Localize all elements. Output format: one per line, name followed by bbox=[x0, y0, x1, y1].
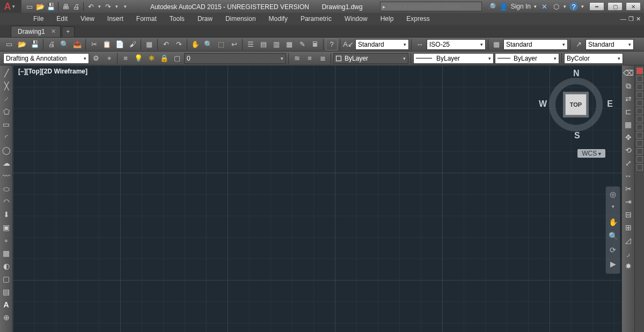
help-dd-icon[interactable]: ▾ bbox=[581, 4, 584, 9]
palette-item-8[interactable] bbox=[636, 132, 643, 138]
menu-draw[interactable]: Draw bbox=[191, 13, 219, 25]
spline-icon[interactable]: 〰 bbox=[1, 171, 12, 181]
move-icon[interactable]: ✥ bbox=[623, 132, 634, 143]
palette-item-9[interactable] bbox=[636, 140, 643, 146]
menu-file[interactable]: File bbox=[27, 13, 50, 25]
minimize-button[interactable]: ━ bbox=[589, 2, 604, 11]
textstyle-icon[interactable]: A↙ bbox=[342, 39, 354, 50]
help2-icon[interactable]: ? bbox=[326, 39, 338, 50]
plot-icon[interactable]: 🖨 bbox=[71, 2, 81, 11]
hatch-icon[interactable]: ▦ bbox=[1, 248, 12, 259]
offset-icon[interactable]: ⊏ bbox=[623, 106, 634, 117]
scale-icon[interactable]: ⤢ bbox=[623, 158, 634, 168]
undo-dd-icon[interactable]: ▾ bbox=[97, 2, 102, 11]
copy2-icon[interactable]: ⧉ bbox=[623, 80, 634, 91]
chamfer-icon[interactable]: ◿ bbox=[623, 235, 634, 246]
cut-icon[interactable]: ✂ bbox=[88, 39, 100, 50]
viewcube-top-face[interactable]: TOP bbox=[565, 94, 587, 115]
layerlock-icon[interactable]: 🔒 bbox=[158, 53, 170, 64]
addselected-icon[interactable]: ⊕ bbox=[1, 312, 12, 323]
table-style-combo[interactable]: Standard▾ bbox=[503, 39, 568, 50]
ssm-icon[interactable]: ▦ bbox=[283, 39, 295, 50]
trim-icon[interactable]: ✂ bbox=[623, 183, 634, 194]
blockeditor-icon[interactable]: ▦ bbox=[143, 39, 155, 50]
mleader-style-combo[interactable]: Standard▾ bbox=[586, 39, 634, 50]
new-icon[interactable]: ▭ bbox=[25, 2, 34, 11]
doc-close-icon[interactable]: ✕ bbox=[636, 16, 641, 23]
drawing-canvas[interactable]: [–][Top][2D Wireframe] TOP N S W E WCS ▾… bbox=[13, 65, 621, 332]
undo-icon[interactable]: ↶ bbox=[86, 2, 96, 11]
help-icon[interactable]: ? bbox=[569, 2, 578, 11]
palette-item-7[interactable] bbox=[636, 124, 643, 130]
doc-tab-close-icon[interactable]: ✕ bbox=[51, 28, 56, 35]
palette-item-10[interactable] bbox=[636, 148, 643, 154]
workspace-combo[interactable]: Drafting & Annotation▾ bbox=[3, 53, 89, 64]
paste-icon[interactable]: 📄 bbox=[114, 39, 126, 50]
exchange-apps-icon[interactable]: ⬡ bbox=[552, 2, 560, 11]
workspace-settings-icon[interactable]: ⚙ bbox=[90, 53, 102, 64]
palette-item-1[interactable] bbox=[636, 76, 643, 82]
compass-s[interactable]: S bbox=[574, 131, 580, 141]
region-icon[interactable]: ▢ bbox=[1, 274, 12, 284]
redo2-icon[interactable]: ↷ bbox=[173, 39, 185, 50]
menu-dimension[interactable]: Dimension bbox=[219, 13, 262, 25]
mleaderstyle-icon[interactable]: ↗ bbox=[573, 39, 584, 50]
menu-edit[interactable]: Edit bbox=[50, 13, 74, 25]
compass-n[interactable]: N bbox=[573, 69, 580, 78]
doc-restore-icon[interactable]: ❐ bbox=[628, 16, 634, 23]
wcs-dropdown[interactable]: WCS ▾ bbox=[577, 149, 605, 158]
zoomwin-icon[interactable]: ⬚ bbox=[215, 39, 227, 50]
dimstyle-icon[interactable]: ↔ bbox=[414, 39, 426, 50]
layer-control[interactable]: 0▾ bbox=[184, 53, 286, 64]
pline-icon[interactable]: ⟋ bbox=[1, 93, 12, 104]
tool-palettes-bar[interactable] bbox=[634, 65, 644, 332]
palette-item-6[interactable] bbox=[636, 116, 643, 122]
mylocation-icon[interactable]: ⌖ bbox=[103, 53, 115, 64]
new-tab-button[interactable]: + bbox=[62, 26, 75, 37]
doc-minimize-icon[interactable]: — bbox=[620, 16, 626, 23]
plot2-icon[interactable]: 🖨 bbox=[46, 39, 57, 50]
palette-item-2[interactable] bbox=[636, 84, 643, 90]
lineweight-control[interactable]: ByLayer▾ bbox=[495, 53, 559, 64]
menu-help[interactable]: Help bbox=[374, 13, 400, 25]
join-icon[interactable]: ⊞ bbox=[623, 222, 634, 233]
dc-icon[interactable]: ▤ bbox=[258, 39, 269, 50]
qat-customize-icon[interactable]: ▾ bbox=[120, 2, 130, 11]
compass-e[interactable]: E bbox=[607, 99, 613, 109]
arc-icon[interactable]: ◜ bbox=[1, 132, 12, 143]
signin-dd-icon[interactable]: ▾ bbox=[534, 4, 537, 9]
palette-item-11[interactable] bbox=[636, 156, 643, 163]
open2-icon[interactable]: 📂 bbox=[16, 39, 28, 50]
showmotion-icon[interactable]: ▶ bbox=[608, 260, 618, 270]
fillet-icon[interactable]: ◞ bbox=[623, 248, 634, 259]
publish-icon[interactable]: 📤 bbox=[71, 39, 83, 50]
redo-dd-icon[interactable]: ▾ bbox=[114, 2, 119, 11]
doc-tab-drawing1[interactable]: Drawing1 ✕ bbox=[11, 26, 61, 37]
menu-parametric[interactable]: Parametric bbox=[294, 13, 338, 25]
pan-icon[interactable]: ✋ bbox=[189, 39, 201, 50]
zoomrt-icon[interactable]: 🔍 bbox=[202, 39, 214, 50]
layerfreeze-icon[interactable]: ❄ bbox=[145, 53, 157, 64]
compass-w[interactable]: W bbox=[539, 99, 547, 109]
menu-format[interactable]: Format bbox=[130, 13, 163, 25]
menu-express[interactable]: Express bbox=[400, 13, 436, 25]
ellipse-icon[interactable]: ⬭ bbox=[1, 183, 12, 194]
palette-item-4[interactable] bbox=[636, 100, 643, 106]
binoculars-icon[interactable]: 🔎 bbox=[487, 2, 496, 11]
maximize-button[interactable]: ▢ bbox=[608, 2, 623, 11]
ellipsearc-icon[interactable]: ◠ bbox=[1, 196, 12, 207]
menu-view[interactable]: View bbox=[74, 13, 101, 25]
palette-item-5[interactable] bbox=[636, 108, 643, 114]
infocenter-search[interactable]: ▸ bbox=[380, 2, 482, 11]
save2-icon[interactable]: 💾 bbox=[29, 39, 41, 50]
open-icon[interactable]: 📂 bbox=[35, 2, 45, 11]
app-menu-button[interactable]: A▾ bbox=[0, 0, 21, 13]
viewport-label[interactable]: [–][Top][2D Wireframe] bbox=[18, 68, 87, 75]
menu-insert[interactable]: Insert bbox=[101, 13, 130, 25]
explode-icon[interactable]: ✸ bbox=[623, 261, 634, 271]
circle-icon[interactable]: ◯ bbox=[1, 145, 12, 156]
layercolor-icon[interactable]: ▢ bbox=[171, 53, 183, 64]
search-input[interactable] bbox=[387, 2, 473, 11]
menu-modify[interactable]: Modify bbox=[262, 13, 294, 25]
layerstate2-icon[interactable]: ≡ bbox=[304, 53, 316, 64]
